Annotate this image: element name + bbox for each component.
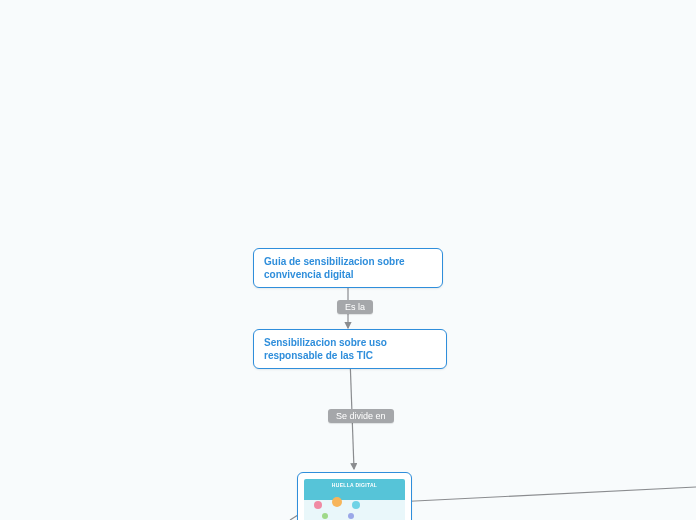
node-huella-digital[interactable]: HUELLA DIGITAL (297, 472, 412, 520)
svg-line-2 (395, 487, 696, 502)
node-sensibilizacion-tic[interactable]: Sensibilizacion sobre uso responsable de… (253, 329, 447, 369)
thumbnail-title: HUELLA DIGITAL (304, 482, 405, 488)
node-guia-sensibilizacion[interactable]: Guia de sensibilizacion sobre convivenci… (253, 248, 443, 288)
huella-digital-thumbnail: HUELLA DIGITAL (304, 479, 405, 520)
graphic-dot (348, 513, 354, 519)
graphic-dot (322, 513, 328, 519)
graphic-dot (314, 501, 322, 509)
edge-text: Se divide en (336, 411, 386, 421)
diagram-canvas[interactable]: Guia de sensibilizacion sobre convivenci… (0, 0, 696, 520)
graphic-dot (332, 497, 342, 507)
edge-label-se-divide-en: Se divide en (328, 409, 394, 423)
edge-label-es-la: Es la (337, 300, 373, 314)
graphic-dot (352, 501, 360, 509)
edge-text: Es la (345, 302, 365, 312)
node-label: Sensibilizacion sobre uso responsable de… (264, 337, 387, 361)
node-label: Guia de sensibilizacion sobre convivenci… (264, 256, 405, 280)
